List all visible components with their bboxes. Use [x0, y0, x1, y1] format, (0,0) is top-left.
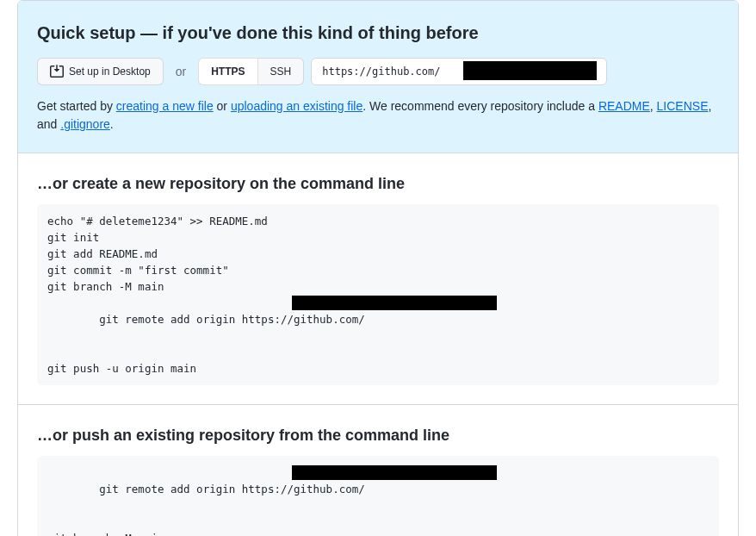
quick-setup-title: Quick setup — if you've done this kind o…	[37, 20, 719, 46]
code-line: git commit -m "first commit"	[47, 262, 709, 278]
or-separator: or	[176, 63, 186, 81]
https-toggle-button[interactable]: HTTPS	[198, 58, 257, 85]
help-text-end: .	[110, 117, 114, 131]
push-existing-section: …or push an existing repository from the…	[18, 404, 738, 536]
code-line: git add README.md	[47, 246, 709, 262]
code-line: git push -u origin main	[47, 360, 709, 377]
empty-repo-setup: Quick setup — if you've done this kind o…	[17, 0, 739, 536]
push-existing-title: …or push an existing repository from the…	[37, 424, 719, 447]
setup-options-row: Set up in Desktop or HTTPS SSH	[37, 58, 719, 85]
quick-setup-panel: Quick setup — if you've done this kind o…	[18, 1, 738, 153]
license-link[interactable]: LICENSE	[657, 99, 709, 113]
help-text-middle2: . We recommend every repository include …	[363, 99, 598, 113]
push-existing-code-block[interactable]: git remote add origin https://github.com…	[37, 456, 719, 536]
uploading-existing-file-link[interactable]: uploading an existing file	[231, 99, 363, 113]
code-line: git branch -M main	[47, 278, 709, 295]
code-line: echo "# deleteme1234" >> README.md	[47, 213, 709, 229]
desktop-download-icon	[50, 65, 64, 78]
help-text-sep1: ,	[650, 99, 657, 113]
code-text: git remote add origin https://github.com…	[99, 313, 365, 326]
create-new-repo-section: …or create a new repository on the comma…	[18, 153, 738, 404]
code-line: git init	[47, 229, 709, 246]
help-text-middle1: or	[214, 99, 231, 113]
ssh-toggle-button[interactable]: SSH	[258, 58, 305, 85]
redacted-repo-path	[292, 296, 497, 310]
code-line: git remote add origin https://github.com…	[47, 464, 709, 530]
desktop-button-label: Set up in Desktop	[69, 63, 151, 80]
code-line: git branch -M main	[47, 530, 709, 536]
set-up-in-desktop-button[interactable]: Set up in Desktop	[37, 58, 164, 85]
redacted-repo-path	[292, 465, 497, 480]
readme-link[interactable]: README	[598, 99, 650, 113]
clone-url-wrap	[311, 58, 607, 85]
gitignore-link[interactable]: .gitignore	[60, 117, 110, 131]
create-new-title: …or create a new repository on the comma…	[37, 172, 719, 196]
create-new-code-block[interactable]: echo "# deleteme1234" >> README.md git i…	[37, 204, 719, 385]
help-text-prefix: Get started by	[37, 99, 116, 113]
code-line: git remote add origin https://github.com…	[47, 295, 709, 360]
code-text: git remote add origin https://github.com…	[99, 483, 365, 495]
protocol-toggle: HTTPS SSH	[198, 58, 304, 85]
creating-new-file-link[interactable]: creating a new file	[116, 99, 214, 113]
quick-setup-help-text: Get started by creating a new file or up…	[37, 97, 719, 134]
clone-url-input[interactable]	[311, 58, 607, 85]
